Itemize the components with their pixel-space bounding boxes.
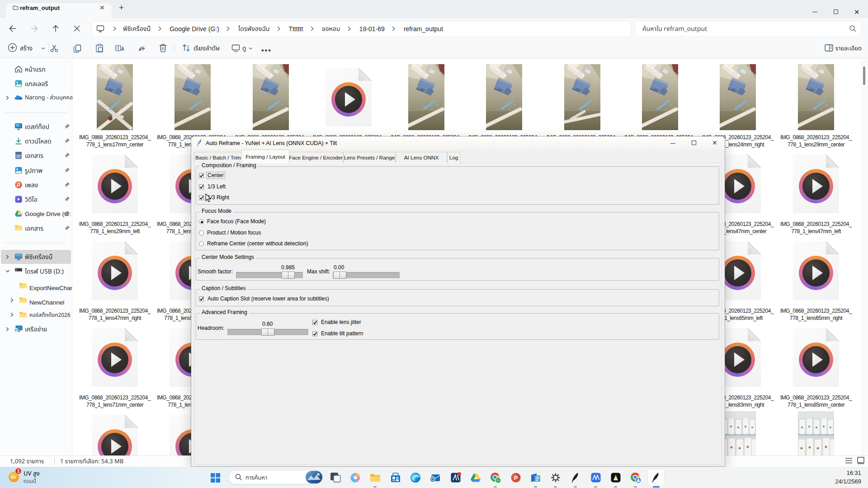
svg-text:SJ: SJ bbox=[496, 479, 500, 482]
svg-text:P: P bbox=[514, 474, 518, 481]
